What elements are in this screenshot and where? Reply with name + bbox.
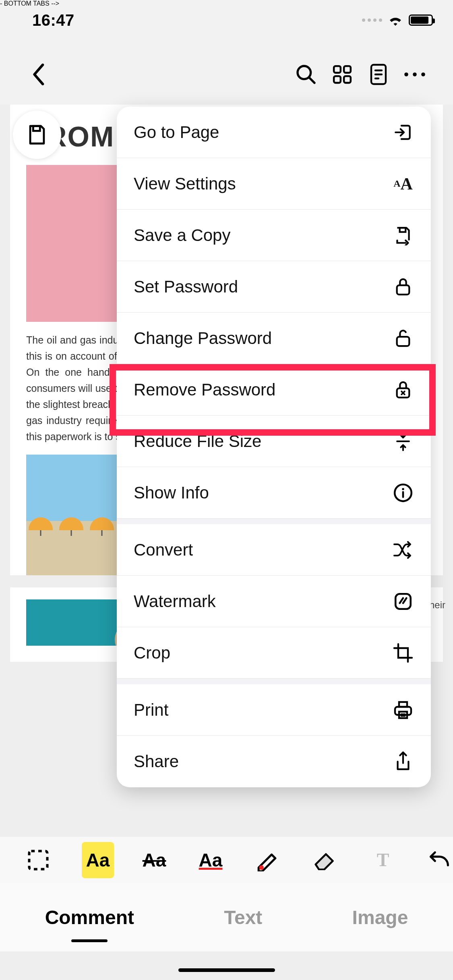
printer-icon xyxy=(392,699,414,721)
text-cursor-button[interactable]: T xyxy=(355,842,411,878)
share-icon xyxy=(392,751,414,772)
enter-icon xyxy=(392,121,414,143)
menu-item-save-copy[interactable]: Save a Copy xyxy=(117,210,431,261)
menu-item-label: Remove Password xyxy=(134,380,275,399)
menu-item-set-password[interactable]: Set Password xyxy=(117,261,431,313)
compress-icon xyxy=(392,430,414,452)
save-export-icon xyxy=(392,224,414,246)
highlight-button[interactable]: Aa xyxy=(82,842,114,878)
svg-rect-16 xyxy=(397,337,410,346)
svg-rect-15 xyxy=(397,285,410,294)
menu-item-reduce-size[interactable]: Reduce File Size xyxy=(117,416,431,467)
underline-button[interactable]: Aa xyxy=(182,842,239,878)
strikethrough-button[interactable]: Aa xyxy=(126,842,182,878)
menu-item-show-info[interactable]: Show Info xyxy=(117,467,431,519)
menu-separator xyxy=(117,519,431,524)
selection-icon xyxy=(26,848,50,872)
crop-icon xyxy=(392,642,414,664)
pen-icon xyxy=(255,849,279,871)
cellular-signal-icon xyxy=(362,19,382,22)
svg-point-19 xyxy=(402,488,404,490)
svg-rect-26 xyxy=(29,851,48,869)
menu-item-go-to-page[interactable]: Go to Page xyxy=(117,107,431,158)
shuffle-icon xyxy=(392,539,414,561)
status-time: 16:47 xyxy=(20,11,74,29)
menu-item-view-settings[interactable]: View Settings AA xyxy=(117,158,431,210)
menu-item-convert[interactable]: Convert xyxy=(117,524,431,576)
underline-label: Aa xyxy=(199,849,223,871)
status-bar: 16:47 xyxy=(0,0,453,40)
save-floating-button[interactable] xyxy=(13,111,61,159)
svg-rect-4 xyxy=(334,76,341,83)
svg-rect-14 xyxy=(400,228,406,232)
svg-rect-2 xyxy=(334,66,341,73)
menu-item-change-password[interactable]: Change Password xyxy=(117,313,431,364)
save-icon xyxy=(25,123,49,146)
svg-point-10 xyxy=(404,72,408,76)
menu-item-label: Reduce File Size xyxy=(134,432,261,451)
bottom-tabs: Comment Text Image xyxy=(0,883,453,951)
menu-separator xyxy=(117,679,431,684)
status-icons xyxy=(362,14,433,26)
menu-item-label: Watermark xyxy=(134,592,216,611)
menu-item-print[interactable]: Print xyxy=(117,684,431,736)
lock-icon xyxy=(392,276,414,298)
eraser-button[interactable] xyxy=(295,842,352,878)
tab-image[interactable]: Image xyxy=(340,898,420,937)
info-icon xyxy=(392,482,414,504)
pen-button[interactable] xyxy=(239,842,295,878)
menu-item-label: Save a Copy xyxy=(134,226,230,245)
menu-item-watermark[interactable]: Watermark xyxy=(117,576,431,627)
svg-point-12 xyxy=(421,72,425,76)
top-toolbar xyxy=(0,50,453,99)
svg-rect-22 xyxy=(399,702,407,707)
text-cursor-label: T xyxy=(377,849,389,871)
search-button[interactable] xyxy=(288,63,324,86)
svg-rect-13 xyxy=(33,126,40,131)
svg-rect-3 xyxy=(344,66,351,73)
view-grid-button[interactable] xyxy=(324,64,360,84)
menu-item-share[interactable]: Share xyxy=(117,736,431,787)
undo-button[interactable] xyxy=(411,842,453,878)
more-button[interactable] xyxy=(397,72,433,77)
wifi-icon xyxy=(388,14,403,26)
stamp-icon xyxy=(392,591,414,612)
search-icon xyxy=(295,63,317,86)
overflow-menu: Go to Page View Settings AA Save a Copy … xyxy=(117,107,431,787)
outline-icon xyxy=(368,63,389,86)
menu-item-label: Print xyxy=(134,700,168,720)
menu-item-remove-password[interactable]: Remove Password xyxy=(117,364,431,416)
outline-button[interactable] xyxy=(360,63,397,86)
text-size-icon: AA xyxy=(392,173,414,195)
battery-icon xyxy=(409,14,433,26)
grid-icon xyxy=(332,64,352,84)
menu-item-label: Go to Page xyxy=(134,123,219,142)
menu-item-label: Crop xyxy=(134,643,170,663)
unlock-icon xyxy=(392,327,414,349)
more-icon xyxy=(403,72,427,77)
menu-item-label: Change Password xyxy=(134,329,272,348)
back-button[interactable] xyxy=(20,64,56,85)
svg-point-11 xyxy=(413,72,417,76)
svg-point-27 xyxy=(259,865,264,870)
menu-item-label: Show Info xyxy=(134,483,209,502)
strike-label: Aa xyxy=(143,849,166,871)
eraser-icon xyxy=(310,850,336,870)
menu-item-label: Share xyxy=(134,752,179,771)
svg-rect-5 xyxy=(344,76,351,83)
highlight-label: Aa xyxy=(86,849,110,871)
menu-item-label: Convert xyxy=(134,540,193,560)
svg-rect-20 xyxy=(395,594,411,609)
home-indicator xyxy=(178,968,275,972)
undo-icon xyxy=(427,851,451,869)
tab-comment[interactable]: Comment xyxy=(33,898,146,937)
lock-remove-icon xyxy=(392,379,414,401)
format-toolbar: Aa Aa Aa T xyxy=(0,837,453,883)
tab-text[interactable]: Text xyxy=(212,898,274,937)
svg-line-1 xyxy=(309,78,314,83)
menu-item-label: View Settings xyxy=(134,174,236,194)
menu-item-label: Set Password xyxy=(134,277,238,296)
select-area-button[interactable] xyxy=(10,842,66,878)
menu-item-crop[interactable]: Crop xyxy=(117,627,431,679)
